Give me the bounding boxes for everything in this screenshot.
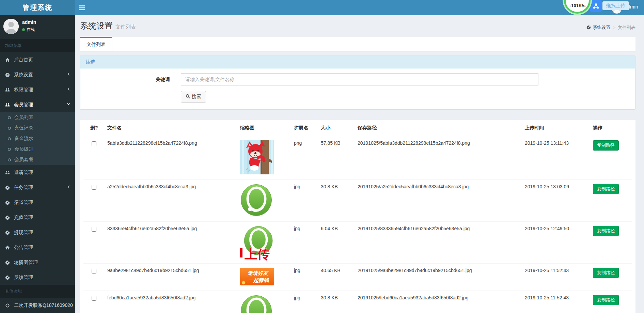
submenu-item-label: 资金流水: [14, 136, 33, 141]
sidebar-item-label: 邀请管理: [14, 170, 33, 175]
table-header-row: 删? 文件名 缩略图 扩展名 大小 保存路径 上传时间 操作: [83, 120, 632, 136]
home-icon: [5, 240, 13, 255]
sidebar-item-feedback[interactable]: 反馈管理: [0, 270, 75, 285]
submenu-item[interactable]: 会员列表: [0, 112, 75, 123]
speed-value: ↓101K/s: [569, 3, 585, 8]
gauge-icon: [5, 225, 13, 240]
row-checkbox[interactable]: [92, 185, 96, 190]
tab-file-list[interactable]: 文件列表: [80, 37, 112, 51]
file-thumbnail[interactable]: 上传: [240, 226, 276, 258]
sidebar-item-notice[interactable]: 公告管理: [0, 240, 75, 255]
sidebar-item-home[interactable]: 后台首页: [0, 52, 75, 67]
svg-text:一起赚钱: 一起赚钱: [248, 277, 269, 283]
copy-path-button[interactable]: 复制路径: [593, 295, 619, 305]
col-upload-time: 上传时间: [518, 120, 586, 136]
gauge-icon: [5, 67, 13, 82]
cell-path: 20191025/a252ddec5aeafbb0b6c333cf4bc8eca…: [351, 180, 518, 222]
sidebar-item-label: 会员管理: [14, 102, 33, 107]
network-speed-badge[interactable]: ↓101K/s: [564, 0, 591, 14]
gauge-icon: [5, 210, 13, 225]
submenu-item[interactable]: 充值记录: [0, 123, 75, 133]
avatar: [3, 19, 19, 34]
gauge-icon: [5, 180, 13, 195]
submenu-item[interactable]: 会员套餐: [0, 154, 75, 165]
cell-ext: jpg: [287, 222, 314, 264]
users-icon: [5, 82, 13, 97]
breadcrumb-separator: >: [613, 25, 615, 30]
row-checkbox[interactable]: [92, 296, 96, 301]
sidebar-item-carousel[interactable]: 轮播图管理: [0, 255, 75, 270]
copy-path-button[interactable]: 复制路径: [593, 226, 619, 236]
breadcrumb-current: 文件列表: [618, 25, 635, 30]
submenu-item[interactable]: 会员级别: [0, 144, 75, 154]
submenu-item[interactable]: 资金流水: [0, 133, 75, 144]
row-checkbox[interactable]: [92, 269, 96, 273]
file-table: 删? 文件名 缩略图 扩展名 大小 保存路径 上传时间 操作 5abfa3ddb…: [83, 120, 632, 313]
col-thumbnail: 缩略图: [233, 120, 287, 136]
sidebar-item-withdraw[interactable]: 提现管理: [0, 225, 75, 240]
cell-size: 30.8 KB: [314, 291, 351, 313]
row-checkbox[interactable]: [92, 141, 96, 146]
search-button[interactable]: 搜索: [181, 91, 206, 103]
col-path: 保存路径: [351, 120, 518, 136]
filter-panel-body: 关键词 搜索: [80, 68, 635, 109]
top-navbar: 管理系统 ↓101K/s 拖拽上传 admin: [0, 0, 644, 15]
sidebar-item-recharge[interactable]: 充值管理: [0, 210, 75, 225]
sidebar-item-invite[interactable]: 邀请管理: [0, 165, 75, 180]
sidebar-item-contact[interactable]: 二次开发联系Q1871609020: [0, 298, 75, 313]
cell-path: 20191025/5abfa3ddb211228298ef15b2a47224f…: [351, 136, 518, 180]
col-ext: 扩展名: [287, 120, 314, 136]
file-thumbnail[interactable]: [240, 184, 272, 216]
circle-o-icon: [7, 154, 14, 165]
file-thumbnail[interactable]: [240, 295, 272, 313]
row-checkbox[interactable]: [92, 227, 96, 232]
copy-path-button[interactable]: 复制路径: [593, 184, 619, 194]
file-thumbnail[interactable]: 邀请好友一起赚钱: [240, 268, 274, 285]
gauge-icon: [5, 195, 13, 210]
cell-ext: jpg: [287, 180, 314, 222]
sidebar-item-auth[interactable]: 权限管理: [0, 82, 75, 97]
sidebar-item-channel[interactable]: 渠道管理: [0, 195, 75, 210]
cell-time: 2019-10-25 12:49:50: [518, 222, 586, 264]
sidebar-item-label: 轮播图管理: [14, 260, 38, 265]
cell-time: 2019-10-25 13:03:09: [518, 180, 586, 222]
sidebar-item-member[interactable]: 会员管理: [0, 97, 75, 112]
submenu-item-label: 会员套餐: [14, 157, 33, 162]
submenu-item-label: 会员级别: [14, 146, 33, 152]
table-row: 5abfa3ddb211228298ef15b2a47224f8.pngpng5…: [83, 136, 632, 180]
sidebar-item-label: 系统设置: [14, 72, 33, 77]
breadcrumb-link[interactable]: 系统设置: [593, 25, 610, 30]
sidebar-item-label: 后台首页: [14, 57, 33, 62]
cell-path: 20191025/9a3be2981c89d7b4d6c19b9215cbd65…: [351, 264, 518, 291]
home-icon: [5, 52, 13, 67]
keyword-input[interactable]: [181, 73, 538, 85]
sidebar-item-label: 二次开发联系Q1871609020: [14, 302, 73, 308]
cell-time: 2019-10-25 13:11:43: [518, 136, 586, 180]
submenu-item-label: 会员列表: [14, 114, 33, 120]
person-icon: [3, 29, 19, 34]
sidebar-item-system[interactable]: 系统设置: [0, 67, 75, 82]
svg-text:上传: 上传: [245, 247, 270, 261]
gauge-icon: [5, 255, 13, 270]
netdisk-upload-icon[interactable]: [590, 0, 602, 12]
copy-path-button[interactable]: 复制路径: [593, 268, 619, 278]
col-filename: 文件名: [100, 120, 233, 136]
copy-path-button[interactable]: 复制路径: [593, 140, 619, 151]
sidebar-menu: 功能菜单后台首页系统设置权限管理会员管理会员列表充值记录资金流水会员级别会员套餐…: [0, 39, 75, 313]
file-thumbnail[interactable]: [240, 140, 274, 174]
page-title: 系统设置: [80, 20, 113, 31]
chevron-down-icon: [66, 97, 71, 112]
app-logo[interactable]: 管理系统: [0, 0, 75, 15]
cell-ext: png: [287, 136, 314, 180]
cell-filename: febd60ca1aea5932aba5d83f650f8ad2.jpg: [100, 291, 233, 313]
submenu-item-label: 充值记录: [14, 125, 33, 130]
search-button-label: 搜索: [192, 94, 201, 100]
cell-filename: a252ddec5aeafbb0b6c333cf4bc8eca3.jpg: [100, 180, 233, 222]
col-size: 大小: [314, 120, 351, 136]
cell-time: 2019-10-25 11:52:43: [518, 264, 586, 291]
sidebar-toggle-button[interactable]: [78, 4, 86, 12]
sidebar-item-task[interactable]: 任务管理: [0, 180, 75, 195]
page-subtitle: 文件列表: [115, 24, 136, 30]
file-table-panel: 删? 文件名 缩略图 扩展名 大小 保存路径 上传时间 操作 5abfa3ddb…: [80, 120, 635, 313]
chevron-left-icon: [66, 82, 71, 97]
